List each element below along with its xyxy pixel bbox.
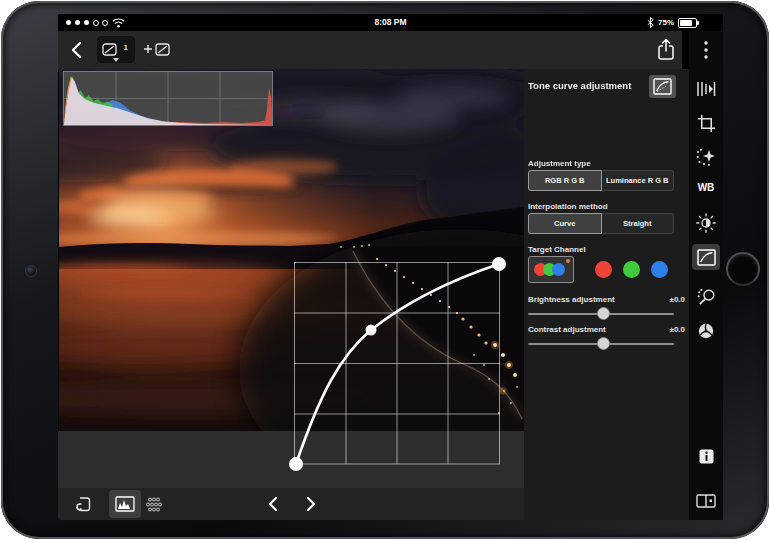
brightness-tool-button[interactable] bbox=[696, 213, 716, 233]
interpolation-segmented: Curve Straight bbox=[528, 213, 674, 234]
magnifier-dots-icon bbox=[697, 288, 716, 307]
zoom-tool-button[interactable] bbox=[696, 287, 716, 307]
sparkle-dots-icon bbox=[696, 148, 716, 166]
app-toolbar: 1 bbox=[58, 31, 682, 69]
blue-dot bbox=[552, 263, 565, 276]
front-camera bbox=[25, 265, 37, 277]
grid-view-button[interactable] bbox=[142, 493, 166, 517]
brightness-label: Brightness adjustment bbox=[528, 295, 615, 304]
histogram-overlay bbox=[63, 71, 273, 126]
single-view-button-selected[interactable] bbox=[109, 490, 141, 518]
brightness-slider[interactable] bbox=[528, 307, 674, 321]
share-button[interactable] bbox=[656, 38, 676, 62]
open-book-icon bbox=[696, 493, 716, 509]
info-icon bbox=[699, 449, 714, 464]
info-button[interactable] bbox=[696, 446, 716, 466]
adjustment-type-segmented: RGB R G B Luminance R G B bbox=[528, 170, 674, 191]
interpolation-straight[interactable]: Straight bbox=[602, 213, 675, 234]
color-sphere-icon bbox=[697, 322, 715, 340]
edited-marker-dot bbox=[566, 259, 570, 263]
sun-icon bbox=[696, 213, 716, 233]
curve-point-highlights[interactable] bbox=[492, 257, 506, 271]
crop-tool-button[interactable] bbox=[696, 113, 716, 133]
add-image-button[interactable] bbox=[142, 38, 176, 62]
tone-curve-panel: Tone curve adjustment Adjustment type RG… bbox=[524, 69, 689, 520]
image-histogram-icon bbox=[115, 496, 135, 512]
add-image-icon bbox=[142, 38, 176, 62]
tool-palette-button[interactable] bbox=[696, 79, 716, 99]
tone-curve-icon bbox=[653, 78, 672, 95]
tone-curve-icon bbox=[697, 249, 716, 266]
detail-tool-button[interactable] bbox=[696, 147, 716, 167]
panel-title: Tone curve adjustment bbox=[528, 80, 631, 91]
brightness-thumb[interactable] bbox=[597, 307, 610, 320]
image-set-button[interactable]: 1 bbox=[97, 36, 135, 63]
screen: 8:08 PM 75% 1 bbox=[58, 14, 723, 520]
battery-icon bbox=[678, 18, 697, 28]
levels-icon bbox=[696, 81, 716, 97]
channel-rgb-combined-selected[interactable] bbox=[528, 256, 574, 283]
brightness-value: ±0.0 bbox=[669, 295, 685, 304]
contrast-slider[interactable] bbox=[528, 337, 674, 351]
crop-icon bbox=[697, 114, 716, 133]
recipe-scroll-button[interactable] bbox=[71, 493, 95, 517]
interpolation-curve[interactable]: Curve bbox=[528, 213, 602, 234]
contrast-value: ±0.0 bbox=[669, 325, 685, 334]
adjustment-type-label: Adjustment type bbox=[528, 159, 591, 168]
tone-curve-overlay[interactable] bbox=[294, 262, 500, 465]
more-menu-button[interactable] bbox=[696, 40, 716, 60]
battery-percent: 75% bbox=[658, 18, 674, 27]
adjustment-type-rgb[interactable]: RGB R G B bbox=[528, 170, 602, 191]
target-channel-row bbox=[524, 256, 689, 284]
thumbnail-grid-icon bbox=[144, 496, 164, 514]
status-time: 8:08 PM bbox=[58, 17, 723, 27]
tone-curve-tool-button-selected[interactable] bbox=[692, 244, 720, 270]
adjustment-type-luminance[interactable]: Luminance R G B bbox=[602, 170, 675, 191]
bluetooth-icon bbox=[647, 17, 654, 28]
white-balance-button[interactable]: WB bbox=[689, 182, 723, 193]
contrast-label: Contrast adjustment bbox=[528, 325, 606, 334]
status-bar: 8:08 PM 75% bbox=[58, 14, 723, 31]
ipad-device-frame: 8:08 PM 75% 1 bbox=[1, 1, 769, 539]
home-button[interactable] bbox=[726, 252, 760, 286]
curve-point-mid[interactable] bbox=[366, 325, 377, 336]
next-image-button[interactable] bbox=[302, 496, 318, 512]
previous-image-button[interactable] bbox=[266, 496, 282, 512]
contrast-thumb[interactable] bbox=[597, 337, 610, 350]
target-channel-label: Target Channel bbox=[528, 245, 586, 254]
tool-sidebar: WB bbox=[689, 31, 723, 520]
image-set-icon bbox=[102, 42, 118, 57]
image-count: 1 bbox=[124, 43, 128, 52]
curve-grid bbox=[294, 262, 500, 464]
bottom-toolbar bbox=[58, 488, 524, 520]
chevron-down-icon bbox=[113, 58, 119, 62]
interpolation-label: Interpolation method bbox=[528, 202, 608, 211]
dual-view-button[interactable] bbox=[696, 491, 716, 511]
color-tool-button[interactable] bbox=[696, 321, 716, 341]
channel-blue-button[interactable] bbox=[651, 261, 668, 278]
channel-green-button[interactable] bbox=[623, 261, 640, 278]
channel-red-button[interactable] bbox=[595, 261, 612, 278]
tone-curve-panel-button[interactable] bbox=[649, 75, 676, 98]
page-background: 8:08 PM 75% 1 bbox=[0, 0, 770, 540]
curve-point-shadows[interactable] bbox=[289, 457, 303, 471]
back-button[interactable] bbox=[68, 40, 88, 60]
